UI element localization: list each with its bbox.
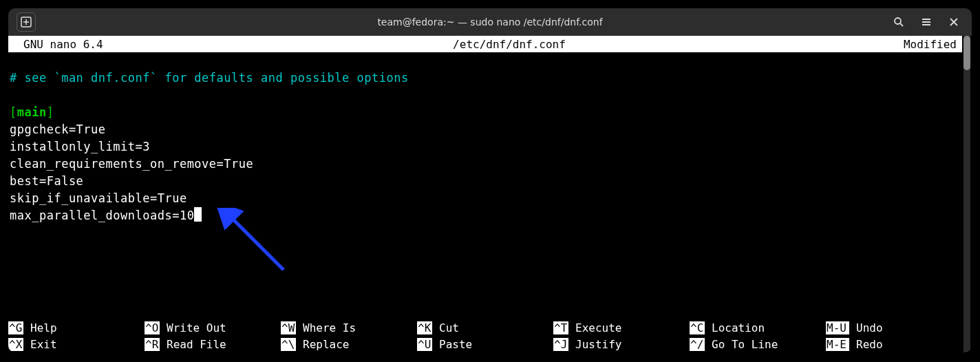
menu-button[interactable]: [915, 11, 937, 33]
shortcut-row-2: ^X Exit ^R Read File ^\ Replace ^U Paste: [8, 336, 962, 352]
shortcut-label: Exit: [30, 338, 57, 351]
file-content[interactable]: # see `man dnf.conf` for defaults and po…: [8, 52, 962, 242]
shortcut-row-1: ^G Help ^O Write Out ^W Where Is ^K Cut: [8, 319, 962, 336]
shortcut-key: ^X: [8, 338, 23, 351]
shortcut-label: Undo: [856, 321, 883, 334]
config-line: best=False: [10, 174, 83, 188]
shortcut-key: ^\: [281, 338, 296, 351]
shortcut-read-file[interactable]: ^R Read File: [145, 338, 281, 351]
titlebar: team@fedora:~ — sudo nano /etc/dnf/dnf.c…: [8, 8, 972, 36]
config-line: skip_if_unavailable=True: [10, 191, 187, 205]
terminal-body[interactable]: GNU nano 6.4 /etc/dnf/dnf.conf Modified …: [8, 36, 972, 352]
comment-line: # see `man dnf.conf` for defaults and po…: [10, 71, 409, 85]
shortcut-key: ^R: [145, 338, 160, 351]
shortcut-key: M-U: [826, 321, 849, 334]
config-line: installonly_limit=3: [10, 140, 150, 153]
shortcut-location[interactable]: ^C Location: [690, 321, 826, 334]
shortcut-label: Paste: [439, 338, 472, 351]
shortcut-label: Help: [30, 321, 57, 334]
shortcut-replace[interactable]: ^\ Replace: [281, 338, 417, 351]
shortcut-label: Replace: [303, 338, 349, 351]
shortcut-label: Write Out: [167, 321, 226, 334]
shortcut-go-to-line[interactable]: ^/ Go To Line: [690, 338, 826, 351]
shortcut-justify[interactable]: ^J Justify: [553, 338, 690, 351]
shortcut-label: Go To Line: [712, 338, 778, 351]
shortcut-redo[interactable]: M-E Redo: [826, 338, 962, 351]
shortcut-label: Where Is: [303, 321, 356, 334]
text-cursor: [194, 207, 202, 222]
config-line: gpgcheck=True: [10, 123, 106, 136]
titlebar-left: [14, 11, 151, 33]
shortcut-label: Location: [712, 321, 765, 334]
shortcut-exit[interactable]: ^X Exit: [8, 338, 145, 351]
nano-app-version: GNU nano 6.4: [8, 38, 146, 51]
shortcut-write-out[interactable]: ^O Write Out: [145, 321, 281, 334]
hamburger-icon: [921, 17, 932, 28]
search-button[interactable]: [888, 11, 910, 33]
shortcut-where-is[interactable]: ^W Where Is: [281, 321, 417, 334]
scrollbar-thumb[interactable]: [963, 36, 970, 70]
shortcut-key: ^O: [145, 321, 160, 334]
plus-box-icon: [21, 17, 32, 28]
section-name: main: [17, 105, 47, 119]
shortcut-label: Cut: [439, 321, 459, 334]
shortcut-key: ^U: [417, 338, 432, 351]
config-line: max_parallel_downloads=10: [10, 209, 194, 222]
shortcut-key: M-E: [826, 338, 849, 351]
shortcut-label: Justify: [575, 338, 621, 351]
config-line: clean_requirements_on_remove=True: [10, 157, 253, 171]
close-icon: [948, 17, 959, 28]
editor-content: GNU nano 6.4 /etc/dnf/dnf.conf Modified …: [8, 36, 972, 352]
svg-point-1: [895, 18, 901, 24]
shortcut-undo[interactable]: M-U Undo: [826, 321, 962, 334]
shortcut-key: ^C: [690, 321, 705, 334]
nano-status: Modified: [873, 38, 962, 51]
shortcut-key: ^T: [553, 321, 568, 334]
shortcut-bar: ^G Help ^O Write Out ^W Where Is ^K Cut: [8, 319, 962, 352]
nano-header: GNU nano 6.4 /etc/dnf/dnf.conf Modified: [8, 36, 962, 52]
window-title: team@fedora:~ — sudo nano /etc/dnf/dnf.c…: [151, 17, 829, 28]
shortcut-key: ^G: [8, 321, 23, 334]
shortcut-key: ^W: [281, 321, 296, 334]
shortcut-key: ^J: [553, 338, 568, 351]
shortcut-label: Read File: [167, 338, 226, 351]
close-button[interactable]: [943, 11, 965, 33]
new-tab-button[interactable]: [15, 11, 37, 33]
shortcut-execute[interactable]: ^T Execute: [553, 321, 690, 334]
shortcut-label: Execute: [575, 321, 621, 334]
shortcut-label: Redo: [856, 338, 883, 351]
nano-filename: /etc/dnf/dnf.conf: [146, 38, 873, 51]
titlebar-right: [829, 11, 966, 33]
terminal-window: team@fedora:~ — sudo nano /etc/dnf/dnf.c…: [8, 8, 972, 352]
shortcut-key: ^K: [417, 321, 432, 334]
shortcut-key: ^/: [690, 338, 705, 351]
section-open-bracket: [: [10, 105, 17, 119]
shortcut-paste[interactable]: ^U Paste: [417, 338, 553, 351]
scrollbar-track[interactable]: [963, 36, 970, 352]
section-close-bracket: ]: [47, 105, 54, 119]
search-icon: [893, 17, 904, 28]
shortcut-cut[interactable]: ^K Cut: [417, 321, 553, 334]
shortcut-help[interactable]: ^G Help: [8, 321, 145, 334]
